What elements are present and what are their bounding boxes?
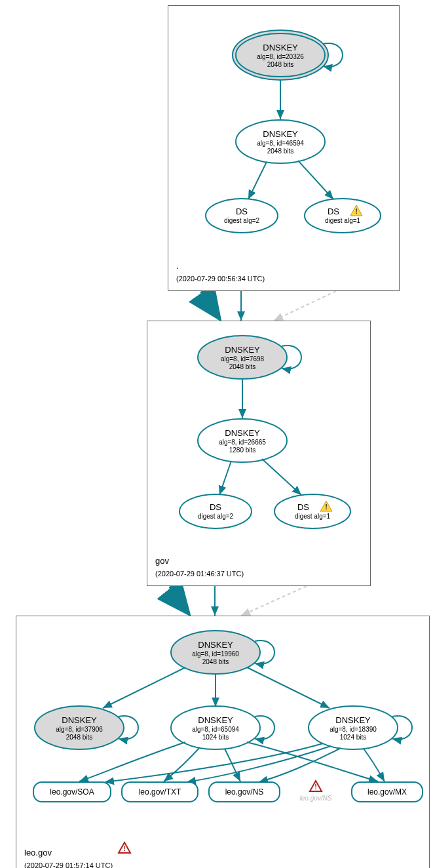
zone-gov: DNSKEY alg=8, id=7698 2048 bits DNSKEY a… xyxy=(147,321,371,586)
dnskey-title: DNSKEY xyxy=(198,715,233,725)
ds-node-gov-right: DS digest alg=1 ! xyxy=(274,494,350,528)
dnskey-line2: 1024 bits xyxy=(202,734,229,741)
dnskey-node-gov-mid: DNSKEY alg=8, id=26665 1280 bits xyxy=(198,419,287,462)
zone-name: . xyxy=(176,261,179,271)
dnskey-line2: 1280 bits xyxy=(229,446,256,454)
edge xyxy=(225,749,240,781)
error-icon: ! xyxy=(119,842,130,853)
dnskey-line2: 2048 bits xyxy=(229,363,256,370)
rr-label-gray: leo.gov/NS xyxy=(300,795,332,802)
edge xyxy=(298,161,333,199)
dnskey-title: DNSKEY xyxy=(335,715,371,725)
ds-line1: digest alg=1 xyxy=(295,513,331,520)
edge xyxy=(262,459,301,495)
svg-point-4 xyxy=(305,199,381,233)
edge xyxy=(187,746,331,782)
ds-title: DS xyxy=(210,502,221,512)
svg-text:!: ! xyxy=(314,783,317,791)
rr-soa: leo.gov/SOA xyxy=(33,782,111,802)
rr-label: leo.gov/SOA xyxy=(50,787,94,797)
svg-text:!: ! xyxy=(123,844,126,852)
dnskey-line1: alg=8, id=46594 xyxy=(257,140,304,147)
dnskey-node-root-top: DNSKEY alg=8, id=20326 2048 bits xyxy=(233,30,328,80)
edge-insecure xyxy=(241,586,307,616)
ds-line1: digest alg=2 xyxy=(198,513,234,520)
edge xyxy=(103,667,185,708)
zone-time: (2020-07-29 01:46:37 UTC) xyxy=(155,570,244,578)
ds-node-gov-left: DS digest alg=2 xyxy=(179,494,252,528)
dnskey-line1: alg=8, id=19960 xyxy=(192,650,239,658)
zone-name: gov xyxy=(155,556,169,566)
dnskey-line2: 2048 bits xyxy=(202,658,229,665)
rr-label: leo.gov/MX xyxy=(367,787,407,797)
dnskey-node-root-mid: DNSKEY alg=8, id=46594 2048 bits xyxy=(236,120,325,163)
svg-text:!: ! xyxy=(355,207,358,215)
ds-node-root-left: DS digest alg=2 xyxy=(206,199,278,233)
rr-mx: leo.gov/MX xyxy=(352,782,423,802)
dnskey-title: DNSKEY xyxy=(225,428,260,438)
edge xyxy=(364,749,385,781)
ds-line1: digest alg=1 xyxy=(325,217,361,224)
edge xyxy=(164,747,200,781)
ds-node-root-right: DS digest alg=1 ! xyxy=(305,199,381,233)
error-icon: ! xyxy=(310,781,322,791)
rr-label: leo.gov/NS xyxy=(225,787,264,797)
dnskey-line1: alg=8, id=26665 xyxy=(219,439,266,446)
rr-ns-error: ! leo.gov/NS xyxy=(300,781,332,802)
edge xyxy=(248,162,267,199)
rr-label: leo.gov/TXT xyxy=(139,787,181,797)
edge xyxy=(247,667,329,708)
rr-txt: leo.gov/TXT xyxy=(122,782,198,802)
zone-name: leo.gov xyxy=(24,848,52,858)
ds-title: DS xyxy=(236,207,248,216)
ds-line1: digest alg=2 xyxy=(224,217,260,224)
zone-root: DNSKEY alg=8, id=20326 2048 bits DNSKEY … xyxy=(168,5,400,291)
ds-title: DS xyxy=(328,207,339,216)
dnskey-title: DNSKEY xyxy=(198,640,233,650)
svg-text:!: ! xyxy=(325,503,328,511)
dnskey-node-gov-top: DNSKEY alg=8, id=7698 2048 bits xyxy=(198,336,287,379)
dnskey-node-leo-right: DNSKEY alg=8, id=18390 1024 bits xyxy=(309,706,398,749)
dnskey-node-leo-left: DNSKEY alg=8, id=37906 2048 bits xyxy=(35,706,124,749)
dnskey-line2: 2048 bits xyxy=(267,148,294,155)
zone-delegation-arrow xyxy=(202,291,219,319)
edge-insecure xyxy=(274,291,336,321)
dnskey-line1: alg=8, id=20326 xyxy=(257,53,304,60)
dnskey-line1: alg=8, id=65094 xyxy=(192,726,239,733)
dnskey-title: DNSKEY xyxy=(263,43,298,52)
dnskey-title: DNSKEY xyxy=(62,715,97,725)
dnskey-line1: alg=8, id=37906 xyxy=(56,726,103,733)
dnskey-line2: 1024 bits xyxy=(340,734,367,741)
ds-title: DS xyxy=(297,502,309,512)
zone-time: (2020-07-29 00:56:34 UTC) xyxy=(176,275,265,283)
rr-ns: leo.gov/NS xyxy=(209,782,280,802)
dnskey-title: DNSKEY xyxy=(263,129,298,139)
svg-point-9 xyxy=(274,494,350,528)
edge xyxy=(259,748,341,782)
zone-delegation-arrow xyxy=(170,586,189,614)
edge xyxy=(219,461,231,495)
dnskey-line2: 2048 bits xyxy=(66,734,93,741)
dnskey-title: DNSKEY xyxy=(225,345,260,355)
dnskey-line1: alg=8, id=7698 xyxy=(221,355,265,363)
dnskey-line2: 2048 bits xyxy=(267,61,294,68)
zone-leo: DNSKEY alg=8, id=19960 2048 bits DNSKEY … xyxy=(16,616,430,868)
dnskey-line1: alg=8, id=18390 xyxy=(329,726,377,733)
zone-time: (2020-07-29 01:57:14 UTC) xyxy=(24,861,113,868)
